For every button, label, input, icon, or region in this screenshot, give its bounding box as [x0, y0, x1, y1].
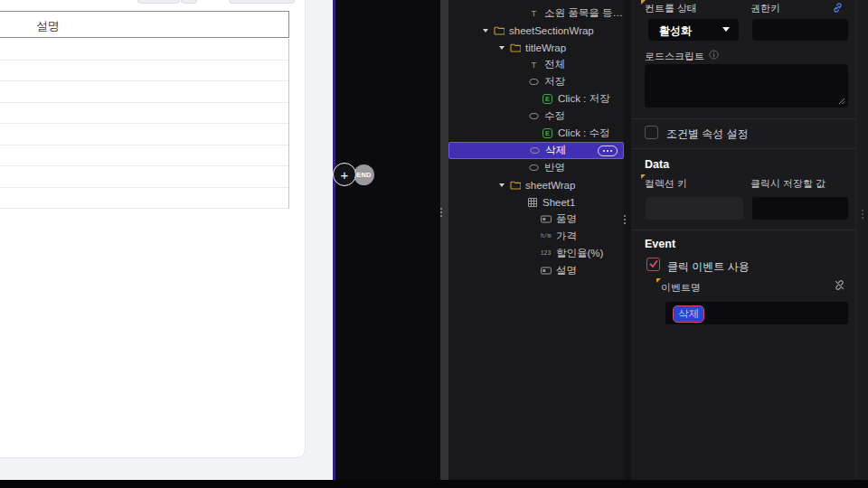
drag-handle-icon: [624, 213, 626, 226]
eye-icon: [529, 146, 541, 155]
bottom-bar: [0, 480, 868, 488]
builder-workspace: 설명 END + T 모든 입력 단가 T 소원 품목을 등… sheetSec…: [0, 0, 868, 488]
preview-table-row: [0, 103, 288, 125]
preview-table-row: [0, 81, 288, 103]
folder-icon: [509, 43, 521, 52]
tree-row-label: Click : 수정: [558, 127, 610, 140]
property-inspector-panel: 컨트롤 상태 권한키 활성화 로드스크립트 조건별 속성 설정 Data 컬렉션…: [631, 0, 868, 480]
resize-handle-icon[interactable]: [838, 98, 845, 105]
event-name-value: 삭제: [673, 305, 704, 323]
click-save-value-label: 클릭시 저장할 값: [750, 177, 826, 191]
collection-key-input[interactable]: [646, 197, 743, 220]
tree-row[interactable]: sheetSectionWrap: [448, 22, 624, 39]
expand-arrow-icon[interactable]: [499, 183, 505, 187]
conditional-props-checkbox[interactable]: [645, 126, 658, 139]
tree-row[interactable]: 반영: [448, 159, 624, 176]
preview-table-row: [0, 124, 288, 145]
permission-key-input[interactable]: [752, 19, 848, 41]
divider: [631, 148, 857, 149]
tree-row[interactable]: T 소원 품목을 등…: [448, 5, 624, 22]
panel-splitter[interactable]: [440, 0, 448, 480]
tree-row[interactable]: 삭제: [448, 142, 624, 159]
tree-row[interactable]: 수정: [448, 108, 624, 125]
flow-end-node[interactable]: END: [354, 164, 374, 185]
tree-row[interactable]: E Click : 저장: [448, 90, 624, 108]
link-icon[interactable]: [832, 2, 844, 14]
pct-icon: 123: [540, 250, 552, 257]
click-event-label: 클릭 이벤트 사용: [667, 259, 750, 275]
tree-row-label: 저장: [544, 75, 565, 89]
tree-row-label: titleWrap: [525, 42, 566, 53]
flow-canvas[interactable]: [335, 0, 440, 480]
tree-row-label: 가격: [556, 230, 577, 243]
info-icon[interactable]: [709, 50, 719, 60]
permission-key-label: 권한키: [750, 2, 780, 15]
tree-row[interactable]: 저장: [448, 73, 624, 90]
tree-row-label: 수정: [544, 109, 565, 123]
load-script-textarea[interactable]: [645, 64, 848, 108]
tree-row-label: sheetSectionWrap: [509, 25, 594, 36]
collection-key-label: 컬렉션 키: [645, 177, 687, 191]
drag-handle-icon: [440, 206, 442, 219]
text-icon: T: [528, 0, 540, 1]
add-node-button[interactable]: +: [333, 163, 356, 186]
tree-row[interactable]: titleWrap: [448, 39, 624, 56]
field-icon: [540, 215, 552, 223]
event-name-input[interactable]: 삭제: [665, 302, 848, 324]
tree-row-label: 할인율(%): [556, 247, 603, 260]
eye-icon: [528, 112, 540, 120]
text-icon: T: [528, 8, 540, 18]
clipped-control: [181, 0, 197, 4]
tree-row[interactable]: E Click : 수정: [448, 125, 624, 142]
unlink-icon[interactable]: [834, 279, 845, 291]
event-icon: E: [542, 94, 553, 104]
tree-row-label: 전체: [544, 58, 565, 71]
drag-handle-icon: [862, 208, 863, 221]
event-name-label: 이벤트명: [661, 281, 701, 295]
control-state-label: 컨트롤 상태: [645, 2, 697, 15]
preview-table-row: [0, 39, 288, 61]
field-icon: [540, 267, 552, 275]
event-section-heading: Event: [645, 238, 675, 250]
tree-row-label: 모든 입력 단가: [544, 0, 612, 3]
load-script-label: 로드스크립트: [645, 50, 704, 63]
preview-table-row: [0, 166, 288, 188]
tree-row[interactable]: 123 할인율(%): [448, 245, 624, 262]
preview-table-row: [0, 145, 288, 167]
tree-row[interactable]: 설명: [448, 262, 624, 279]
divider: [631, 118, 857, 119]
tree-row-label: Sheet1: [542, 197, 575, 208]
clipped-control: [229, 0, 295, 4]
panel-splitter[interactable]: [624, 0, 631, 480]
tree-row[interactable]: T 전체: [448, 56, 624, 73]
text-icon: T: [528, 60, 540, 70]
more-options-button[interactable]: [598, 145, 618, 156]
preview-table[interactable]: [0, 39, 289, 209]
tree-row[interactable]: h/m 가격: [448, 228, 624, 245]
folder-icon: [493, 26, 505, 35]
tree-row[interactable]: Sheet1: [448, 193, 624, 211]
click-save-value-input[interactable]: [752, 197, 848, 220]
expand-arrow-icon[interactable]: [483, 29, 488, 33]
tree-row[interactable]: 품명: [448, 211, 624, 228]
chevron-down-icon: [722, 27, 730, 32]
clipped-control: [137, 0, 180, 4]
preview-table-header: 설명: [0, 11, 289, 38]
tree-row-label: 삭제: [545, 144, 566, 157]
eye-icon: [528, 78, 540, 86]
num-icon: h/m: [540, 233, 552, 239]
event-icon: E: [542, 128, 553, 138]
plus-icon: +: [341, 168, 349, 182]
expand-arrow-icon[interactable]: [499, 46, 505, 50]
divider: [631, 230, 857, 230]
preview-table-row: [0, 188, 288, 210]
tree-row[interactable]: sheetWrap: [448, 176, 624, 193]
layer-tree-panel: T 모든 입력 단가 T 소원 품목을 등… sheetSectionWrap …: [448, 0, 624, 480]
control-state-dropdown[interactable]: 활성화: [648, 19, 739, 41]
control-state-value: 활성화: [659, 23, 692, 39]
tree-row-label: 반영: [544, 161, 565, 174]
preview-table-header-label: 설명: [36, 18, 60, 34]
conditional-props-label: 조건별 속성 설정: [666, 127, 749, 142]
preview-table-row: [0, 61, 288, 82]
click-event-checkbox[interactable]: [646, 258, 660, 271]
